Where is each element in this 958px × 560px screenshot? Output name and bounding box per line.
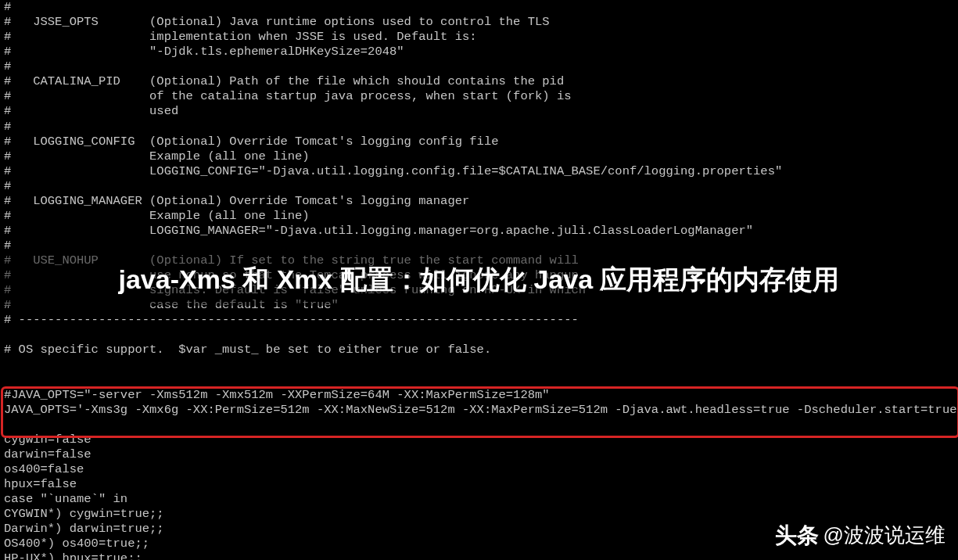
watermark-handle: @波波说运维 [823,523,945,548]
watermark-brand: 头条 [775,522,819,549]
watermark: 头条 @波波说运维 [775,522,945,549]
title-text: java-Xms 和 Xmx 配置：如何优化 Java 应用程序的内存使用 [118,264,839,296]
title-banner: java-Xms 和 Xmx 配置：如何优化 Java 应用程序的内存使用 [0,254,958,306]
